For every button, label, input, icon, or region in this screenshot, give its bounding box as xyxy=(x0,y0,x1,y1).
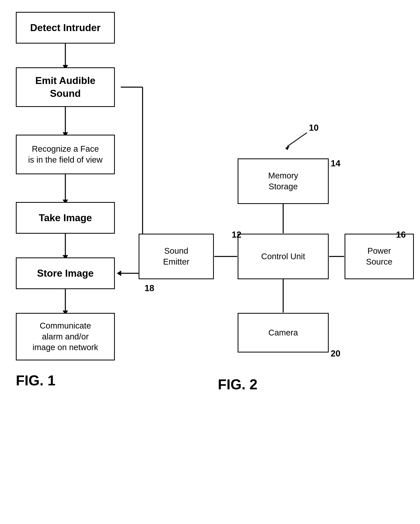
store-image-label: Store Image xyxy=(37,267,94,280)
svg-marker-19 xyxy=(285,146,289,150)
power-source-box: PowerSource xyxy=(345,234,414,279)
ref-16: 16 xyxy=(396,230,406,240)
detect-intruder-box: Detect Intruder xyxy=(16,12,115,44)
communicate-alarm-label: Communicatealarm and/orimage on network xyxy=(33,320,98,353)
fig1-label: FIG. 1 xyxy=(16,372,55,389)
ref-14: 14 xyxy=(331,158,340,168)
ref-20: 20 xyxy=(331,349,340,358)
fig2-label: FIG. 2 xyxy=(218,376,257,393)
svg-line-18 xyxy=(287,133,307,147)
take-image-box: Take Image xyxy=(16,202,115,234)
communicate-alarm-box: Communicatealarm and/orimage on network xyxy=(16,313,115,360)
svg-marker-13 xyxy=(117,271,121,276)
recognize-face-label: Recognize a Faceis in the field of view xyxy=(28,144,103,165)
memory-storage-box: MemoryStorage xyxy=(238,158,329,204)
take-image-label: Take Image xyxy=(39,211,92,224)
power-source-label: PowerSource xyxy=(366,245,392,267)
store-image-box: Store Image xyxy=(16,257,115,289)
camera-box: Camera xyxy=(238,313,329,352)
ref-18: 18 xyxy=(145,283,154,293)
control-unit-label: Control Unit xyxy=(261,251,305,262)
detect-intruder-label: Detect Intruder xyxy=(30,21,101,34)
emit-audible-sound-box: Emit AudibleSound xyxy=(16,67,115,107)
ref-12: 12 xyxy=(232,230,241,240)
page-container: Detect Intruder Emit AudibleSound Recogn… xyxy=(0,0,420,524)
camera-label: Camera xyxy=(268,327,298,338)
ref-10: 10 xyxy=(309,123,319,133)
sound-emitter-box: SoundEmitter xyxy=(139,234,214,279)
memory-storage-label: MemoryStorage xyxy=(268,170,298,192)
control-unit-box: Control Unit xyxy=(238,234,329,279)
emit-audible-sound-label: Emit AudibleSound xyxy=(35,74,96,100)
recognize-face-box: Recognize a Faceis in the field of view xyxy=(16,135,115,174)
sound-emitter-label: SoundEmitter xyxy=(163,245,189,267)
